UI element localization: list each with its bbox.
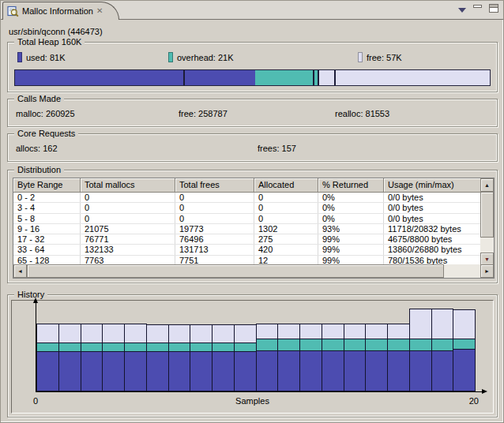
table-row[interactable]: 5 - 80000%0/0 bytes <box>13 214 482 224</box>
history-bar-sample-12 <box>277 324 300 391</box>
table-horizontal-scrollbar[interactable]: ◄ ► <box>13 264 494 278</box>
horizontal-scroll-track[interactable] <box>444 264 480 278</box>
table-cell: 0 <box>254 214 318 223</box>
bar-used-segment <box>257 351 278 391</box>
bar-overhead-segment <box>103 343 124 352</box>
table-cell: 131713 <box>175 245 254 254</box>
table-row[interactable]: 33 - 6413213313171342099%13860/26880 byt… <box>13 245 482 255</box>
bar-free-segment <box>213 325 234 343</box>
bar-overhead-segment <box>169 343 190 352</box>
malloc-information-view: Malloc Information ✕ usr/sbin/qconn (446… <box>0 0 504 423</box>
horizontal-scroll-thumb[interactable] <box>27 264 444 278</box>
heap-usage-bar <box>14 69 491 86</box>
bar-free-segment <box>235 325 256 343</box>
distribution-table: Byte RangeTotal mallocsTotal freesAlloca… <box>13 178 495 279</box>
table-cell: 0 <box>175 214 254 223</box>
bar-used-segment <box>366 351 387 391</box>
history-bar-sample-4 <box>102 324 125 391</box>
distribution-group: Distribution Byte RangeTotal mallocsTota… <box>7 170 498 283</box>
legend-overhead-label: overhead: 21K <box>177 53 234 62</box>
x-tick-0: 0 <box>33 396 38 406</box>
table-row[interactable]: 0 - 20000%0/0 bytes <box>13 193 482 203</box>
bar-overhead-segment <box>190 343 212 352</box>
bar-used-segment <box>432 351 453 391</box>
column-header-allocated[interactable]: Allocated <box>254 178 318 193</box>
bar-used-segment <box>103 352 124 391</box>
free-swatch-icon <box>358 52 363 62</box>
bar-used-segment <box>344 351 366 391</box>
table-cell: 3 - 4 <box>13 203 81 212</box>
history-bar-sample-9 <box>212 324 235 391</box>
bar-free-segment <box>410 309 431 339</box>
bar-used-segment <box>169 352 190 391</box>
table-cell: 0 <box>81 193 175 202</box>
table-cell: 420 <box>254 245 318 254</box>
bar-free-segment <box>81 324 103 343</box>
column-header-total-mallocs[interactable]: Total mallocs <box>81 178 175 193</box>
history-bar-sample-10 <box>234 324 257 391</box>
table-cell: 0 <box>81 214 175 223</box>
calls-made-group-title: Calls Made <box>14 93 64 104</box>
scroll-up-icon[interactable]: ▲ <box>480 178 494 192</box>
realloc-count: realloc: 81553 <box>335 109 389 118</box>
distribution-table-header: Byte RangeTotal mallocsTotal freesAlloca… <box>13 178 482 193</box>
bar-used-segment <box>59 352 81 391</box>
legend-free: free: 57K <box>358 52 402 62</box>
history-bar-sample-14 <box>322 324 344 391</box>
maximize-icon[interactable] <box>489 4 498 13</box>
heap-bar-segment <box>15 70 183 85</box>
table-cell: 13860/26880 bytes <box>384 245 482 254</box>
table-cell: 275 <box>254 234 318 244</box>
bar-used-segment <box>213 352 234 391</box>
column-header--returned[interactable]: % Returned <box>318 178 384 193</box>
view-menu-icon[interactable] <box>458 8 466 13</box>
column-header-byte-range[interactable]: Byte Range <box>13 178 81 193</box>
history-bar-sample-13 <box>299 324 322 391</box>
malloc-count: malloc: 260925 <box>16 109 75 118</box>
bar-overhead-segment <box>125 343 146 352</box>
history-bars <box>36 309 476 391</box>
table-cell: 0/0 bytes <box>384 193 482 202</box>
bar-used-segment <box>410 351 431 391</box>
close-icon[interactable]: ✕ <box>96 7 103 15</box>
table-cell: 21075 <box>81 224 175 234</box>
column-header-total-frees[interactable]: Total frees <box>175 178 254 193</box>
history-bar-sample-17 <box>387 324 410 391</box>
bar-used-segment <box>453 350 475 391</box>
table-row[interactable]: 9 - 162107519773130293%11718/20832 bytes <box>13 224 482 234</box>
history-bar-sample-16 <box>365 324 388 391</box>
legend-used-label: used: 81K <box>26 53 66 62</box>
heap-bar-segment <box>255 70 313 85</box>
total-heap-group-title: Total Heap 160K <box>14 36 85 47</box>
vertical-scroll-thumb[interactable] <box>480 192 494 238</box>
minimize-icon[interactable] <box>473 5 482 8</box>
process-label: usr/sbin/qconn (446473) <box>9 27 103 36</box>
bar-overhead-segment <box>81 343 103 352</box>
table-cell: 99% <box>318 234 384 244</box>
bar-overhead-segment <box>300 339 322 351</box>
scroll-left-icon[interactable]: ◄ <box>13 264 27 278</box>
bar-overhead-segment <box>410 339 431 351</box>
column-header-usage-min-max-[interactable]: Usage (min/max) <box>384 178 482 193</box>
free-count: free: 258787 <box>179 109 228 118</box>
table-vertical-scrollbar[interactable]: ▲ ▼ <box>480 178 494 266</box>
table-cell: 76771 <box>81 234 175 244</box>
x-axis-label: Samples <box>235 396 269 406</box>
table-cell: 76496 <box>175 234 254 244</box>
table-row[interactable]: 17 - 32767717649627599%4675/8800 bytes <box>13 234 482 245</box>
bar-used-segment <box>322 351 344 391</box>
tab-malloc-information[interactable]: Malloc Information ✕ <box>2 2 119 20</box>
core-requests-group: Core Requests allocs: 162 frees: 157 <box>7 133 498 162</box>
history-bar-sample-20 <box>453 309 476 391</box>
scroll-right-icon[interactable]: ► <box>480 264 494 278</box>
bar-overhead-segment <box>322 339 344 351</box>
table-cell: 0/0 bytes <box>384 203 482 212</box>
table-row[interactable]: 3 - 40000%0/0 bytes <box>13 203 482 213</box>
bar-overhead-segment <box>147 343 168 352</box>
malloc-view-icon <box>7 6 19 17</box>
bar-overhead-segment <box>453 339 475 350</box>
core-requests-group-title: Core Requests <box>14 128 78 139</box>
history-bar-sample-7 <box>168 324 191 391</box>
calls-made-group: Calls Made malloc: 260925 free: 258787 r… <box>7 99 498 127</box>
overhead-swatch-icon <box>168 52 173 62</box>
